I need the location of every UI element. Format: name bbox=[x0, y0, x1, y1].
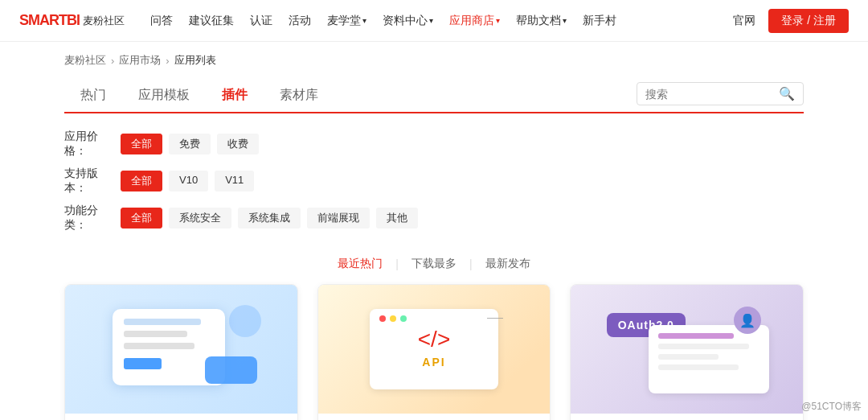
nav-item-建议征集[interactable]: 建议征集 bbox=[189, 14, 234, 28]
chevron-down-icon: ▾ bbox=[362, 16, 366, 25]
tab-热门[interactable]: 热门 bbox=[64, 79, 122, 113]
sort-area: 最近热门|下载最多|最新发布 bbox=[0, 241, 868, 284]
filter-tag-V11[interactable]: V11 bbox=[215, 171, 254, 191]
filter-tag-系统集成[interactable]: 系统集成 bbox=[238, 208, 301, 229]
filter-tag-全部[interactable]: 全部 bbox=[121, 208, 162, 229]
filter-tag-前端展现[interactable]: 前端展现 bbox=[307, 208, 370, 229]
filter-tags-2: 全部系统安全系统集成前端展现其他 bbox=[121, 208, 418, 229]
card-image-2: </> API —— bbox=[318, 285, 551, 414]
card-3[interactable]: OAuth2.0 👤 OAuth2.0统一认证 🕐 2024-08-31 🔥 3… bbox=[570, 284, 804, 420]
nav-item-认证[interactable]: 认证 bbox=[250, 14, 272, 28]
breadcrumb-item-2: 应用列表 bbox=[174, 53, 216, 68]
chevron-down-icon: ▾ bbox=[563, 16, 567, 25]
breadcrumb-item-1[interactable]: 应用市场 bbox=[119, 53, 161, 68]
search-box: 🔍 bbox=[637, 82, 804, 105]
nav-item-帮助文档[interactable]: 帮助文档 ▾ bbox=[516, 14, 567, 28]
chevron-down-icon: ▾ bbox=[496, 16, 500, 25]
filter-tag-系统安全[interactable]: 系统安全 bbox=[169, 208, 231, 229]
tab-应用模板[interactable]: 应用模板 bbox=[122, 79, 206, 113]
card-image-3: OAuth2.0 👤 bbox=[571, 285, 803, 414]
card-info-2: 内外网隔离最小化 🕐 2024-08-31 🔥 39 10免豆 ⬇ 2 bbox=[318, 414, 551, 420]
nav-item-问答[interactable]: 问答 bbox=[150, 14, 173, 28]
header: SMARTBI 麦粉社区 问答建议征集认证活动麦学堂 ▾资料中心 ▾应用商店 ▾… bbox=[0, 0, 868, 42]
card-info-3: OAuth2.0统一认证 🕐 2024-08-31 🔥 34 10免豆 ⬇ 3 bbox=[571, 414, 803, 420]
filter-area: 应用价格：全部免费收费支持版本：全部V10V11功能分类：全部系统安全系统集成前… bbox=[0, 113, 868, 241]
filter-tags-1: 全部V10V11 bbox=[121, 171, 254, 191]
sort-item-最近热门[interactable]: 最近热门 bbox=[325, 253, 395, 274]
sort-item-最新发布[interactable]: 最新发布 bbox=[473, 253, 543, 274]
filter-label-2: 功能分类： bbox=[64, 204, 113, 233]
header-right: 官网 登录 / 注册 bbox=[733, 9, 849, 33]
breadcrumb: 麦粉社区›应用市场›应用列表 bbox=[0, 42, 868, 79]
tabs-row: 热门应用模板插件素材库 bbox=[64, 79, 637, 112]
filter-row-2: 功能分类：全部系统安全系统集成前端展现其他 bbox=[64, 204, 804, 233]
search-input[interactable] bbox=[645, 88, 774, 101]
nav-item-活动[interactable]: 活动 bbox=[289, 14, 311, 28]
filter-tags-0: 全部免费收费 bbox=[121, 134, 259, 154]
card-2[interactable]: </> API —— 内外网隔离最小化 🕐 2024-08-31 🔥 39 10… bbox=[317, 284, 551, 420]
breadcrumb-separator: › bbox=[111, 55, 114, 67]
nav-item-应用商店[interactable]: 应用商店 ▾ bbox=[449, 14, 500, 28]
card-info-1: 登录页添加验证码 🕐 2024-08-30 🔥 103 10免豆 ⬇ 3 bbox=[65, 414, 297, 420]
filter-row-0: 应用价格：全部免费收费 bbox=[64, 130, 804, 159]
chevron-down-icon: ▾ bbox=[429, 16, 433, 25]
nav-menu: 问答建议征集认证活动麦学堂 ▾资料中心 ▾应用商店 ▾帮助文档 ▾新手村 bbox=[150, 14, 733, 28]
cards-area: 登录页添加验证码 🕐 2024-08-30 🔥 103 10免豆 ⬇ 3 bbox=[0, 284, 868, 420]
sort-item-下载最多[interactable]: 下载最多 bbox=[399, 253, 469, 274]
logo-smartbi: SMARTBI bbox=[19, 12, 80, 29]
nav-item-新手村[interactable]: 新手村 bbox=[583, 14, 616, 28]
filter-tag-收费[interactable]: 收费 bbox=[217, 134, 259, 154]
search-area: 🔍 bbox=[637, 82, 804, 105]
card-image-1 bbox=[65, 285, 297, 414]
nav-item-麦学堂[interactable]: 麦学堂 ▾ bbox=[327, 14, 366, 28]
logo-area[interactable]: SMARTBI 麦粉社区 bbox=[19, 12, 125, 29]
search-icon[interactable]: 🔍 bbox=[779, 86, 795, 101]
card-1[interactable]: 登录页添加验证码 🕐 2024-08-30 🔥 103 10免豆 ⬇ 3 bbox=[64, 284, 298, 420]
filter-tag-其他[interactable]: 其他 bbox=[376, 208, 418, 229]
tab-素材库[interactable]: 素材库 bbox=[264, 79, 334, 113]
filter-tag-V10[interactable]: V10 bbox=[169, 171, 208, 191]
filter-row-1: 支持版本：全部V10V11 bbox=[64, 167, 804, 196]
filter-label-0: 应用价格： bbox=[64, 130, 113, 159]
login-button[interactable]: 登录 / 注册 bbox=[768, 9, 849, 33]
tab-插件[interactable]: 插件 bbox=[206, 79, 264, 113]
logo-subtitle: 麦粉社区 bbox=[83, 14, 125, 28]
official-link[interactable]: 官网 bbox=[733, 14, 755, 28]
filter-tag-全部[interactable]: 全部 bbox=[121, 171, 162, 191]
filter-label-1: 支持版本： bbox=[64, 167, 113, 196]
nav-item-资料中心[interactable]: 资料中心 ▾ bbox=[383, 14, 433, 28]
watermark: @51CTO博客 bbox=[801, 400, 862, 414]
breadcrumb-item-0[interactable]: 麦粉社区 bbox=[64, 53, 106, 68]
filter-tag-免费[interactable]: 免费 bbox=[169, 134, 211, 154]
filter-tag-全部[interactable]: 全部 bbox=[121, 134, 162, 154]
breadcrumb-separator: › bbox=[166, 55, 169, 67]
